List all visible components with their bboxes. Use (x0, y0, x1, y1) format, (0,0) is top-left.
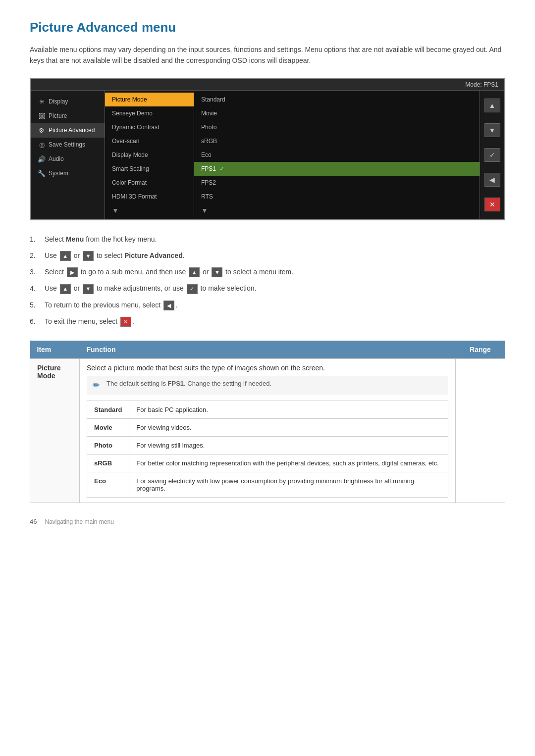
up-arrow2-inline[interactable]: ▲ (189, 267, 200, 277)
system-icon: 🔧 (38, 170, 46, 177)
value-standard[interactable]: Standard (194, 93, 480, 106)
sidebar-item-picture-advanced[interactable]: ⚙ Picture Advanced (31, 123, 105, 138)
up-arrow-inline[interactable]: ▲ (60, 251, 71, 261)
left-arrow-inline[interactable]: ◀ (163, 301, 174, 310)
values-scroll-down-arrow: ▼ (194, 205, 215, 215)
picture-advanced-icon: ⚙ (38, 127, 46, 134)
sidebar-item-save-settings[interactable]: ◎ Save Settings (31, 138, 105, 152)
menu-item-dynamic-contrast[interactable]: Dynamic Contrast (105, 120, 194, 134)
sidebar-label-save-settings: Save Settings (49, 141, 85, 148)
menu-item-picture-mode[interactable]: Picture Mode (105, 93, 194, 106)
sub-item-srgb: sRGB (87, 454, 129, 472)
value-fps2[interactable]: FPS2 (194, 176, 480, 190)
osd-sidebar: ✳ Display 🖼 Picture ⚙ Picture Advanced ◎… (31, 91, 105, 219)
picture-mode-sub-table: Standard For basic PC application. Movie… (87, 401, 448, 498)
menu-item-color-format[interactable]: Color Format (105, 176, 194, 190)
value-srgb[interactable]: sRGB (194, 134, 480, 148)
note-icon: ✏ (93, 380, 103, 391)
sub-item-photo: Photo (87, 437, 129, 454)
sub-row-photo: Photo For viewing still images. (87, 437, 448, 454)
sub-desc-standard: For basic PC application. (129, 401, 448, 419)
instruction-step-2: 2. Use ▲ or ▼ to select Picture Advanced… (30, 251, 505, 261)
page-footer: 46 Navigating the main menu (30, 518, 505, 525)
sub-row-movie: Movie For viewing videos. (87, 419, 448, 437)
step-num-3: 3. (30, 267, 42, 277)
instruction-step-3: 3. Select ▶ to go to a sub menu, and the… (30, 267, 505, 277)
info-table: Item Function Range PictureMode Select a… (30, 341, 505, 503)
sidebar-label-picture-advanced: Picture Advanced (49, 127, 95, 134)
step-num-4: 4. (30, 284, 42, 294)
down-arrow3-inline[interactable]: ▼ (83, 284, 94, 294)
table-header-function: Function (80, 341, 456, 359)
function-picture-mode: Select a picture mode that best suits th… (80, 359, 456, 503)
instruction-step-5: 5. To return to the previous menu, selec… (30, 300, 505, 310)
menu-item-senseye-demo[interactable]: Senseye Demo (105, 106, 194, 120)
osd-mode-bar: Mode: FPS1 (31, 79, 504, 91)
osd-screenshot: Mode: FPS1 ✳ Display 🖼 Picture ⚙ Picture… (30, 78, 505, 220)
right-arrow-inline[interactable]: ▶ (67, 267, 78, 277)
page-title: Picture Advanced menu (30, 20, 505, 35)
save-settings-icon: ◎ (38, 141, 46, 149)
osd-left-button[interactable]: ◀ (484, 173, 500, 187)
menu-item-display-mode[interactable]: Display Mode (105, 148, 194, 162)
sub-row-standard: Standard For basic PC application. (87, 401, 448, 419)
down-arrow-inline[interactable]: ▼ (83, 251, 94, 261)
sub-desc-photo: For viewing still images. (129, 437, 448, 454)
footer-label: Navigating the main menu (45, 518, 113, 525)
fps1-check: ✓ (219, 165, 224, 172)
down-arrow2-inline[interactable]: ▼ (212, 267, 222, 277)
sidebar-item-system[interactable]: 🔧 System (31, 166, 105, 181)
value-fps1[interactable]: FPS1 ✓ (194, 162, 480, 176)
audio-icon: 🔊 (38, 155, 46, 163)
picture-mode-note: ✏ The default setting is FPS1. Change th… (87, 376, 448, 395)
sub-item-movie: Movie (87, 419, 129, 437)
table-row-picture-mode: PictureMode Select a picture mode that b… (30, 359, 505, 503)
picture-mode-intro: Select a picture mode that best suits th… (87, 364, 448, 372)
sidebar-item-audio[interactable]: 🔊 Audio (31, 152, 105, 166)
value-rts[interactable]: RTS (194, 190, 480, 203)
osd-exit-button[interactable]: ✕ (484, 198, 500, 211)
value-eco[interactable]: Eco (194, 148, 480, 162)
sub-item-standard: Standard (87, 401, 129, 419)
menu-item-smart-scaling[interactable]: Smart Scaling (105, 162, 194, 176)
sub-row-eco: Eco For saving electricity with low powe… (87, 472, 448, 498)
table-header-item: Item (30, 341, 80, 359)
menu-item-over-scan[interactable]: Over-scan (105, 134, 194, 148)
step-num-5: 5. (30, 300, 42, 310)
value-movie[interactable]: Movie (194, 106, 480, 120)
sidebar-label-system: System (49, 170, 68, 177)
sidebar-label-picture: Picture (49, 112, 67, 119)
value-photo[interactable]: Photo (194, 120, 480, 134)
up-arrow3-inline[interactable]: ▲ (60, 284, 71, 294)
step-num-6: 6. (30, 316, 42, 327)
table-header-range: Range (456, 341, 505, 359)
sub-desc-movie: For viewing videos. (129, 419, 448, 437)
display-icon: ✳ (38, 98, 46, 105)
osd-values-column: Standard Movie Photo sRGB Eco FPS1 ✓ FPS… (194, 91, 480, 219)
range-picture-mode (456, 359, 505, 503)
osd-check-button[interactable]: ✓ (484, 148, 500, 162)
step-num-2: 2. (30, 251, 42, 261)
osd-up-button[interactable]: ▲ (484, 99, 500, 112)
item-picture-mode: PictureMode (30, 359, 80, 503)
osd-menu-column: Picture Mode Senseye Demo Dynamic Contra… (105, 91, 194, 219)
osd-control-buttons: ▲ ▼ ✓ ◀ ✕ (480, 91, 504, 219)
sub-desc-srgb: For better color matching representation… (129, 454, 448, 472)
instruction-step-6: 6. To exit the menu, select ✕. (30, 316, 505, 327)
sub-row-srgb: sRGB For better color matching represent… (87, 454, 448, 472)
osd-down-button[interactable]: ▼ (484, 123, 500, 137)
menu-item-hdmi-3d-format[interactable]: HDMI 3D Format (105, 190, 194, 203)
check-inline[interactable]: ✓ (187, 284, 198, 294)
step-num-1: 1. (30, 234, 42, 245)
picture-advanced-bold: Picture Advanced (124, 252, 183, 259)
sidebar-item-display[interactable]: ✳ Display (31, 95, 105, 109)
instruction-step-1: 1. Select Menu from the hot key menu. (30, 234, 505, 245)
sub-item-eco: Eco (87, 472, 129, 498)
sidebar-item-picture[interactable]: 🖼 Picture (31, 109, 105, 123)
intro-paragraph: Available menu options may vary dependin… (30, 44, 505, 66)
instruction-step-4: 4. Use ▲ or ▼ to make adjustments, or us… (30, 283, 505, 294)
sidebar-label-display: Display (49, 98, 68, 105)
sidebar-label-audio: Audio (49, 155, 64, 162)
exit-inline[interactable]: ✕ (120, 317, 131, 327)
menu-bold-label: Menu (66, 235, 84, 243)
